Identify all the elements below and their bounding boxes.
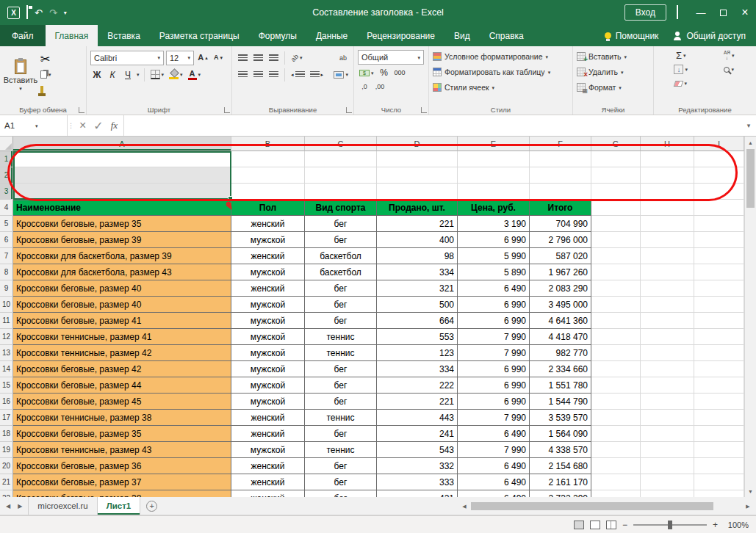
cell-A8[interactable]: Кроссовки для баскетбола, размер 43	[13, 264, 231, 280]
cell-I21[interactable]	[694, 474, 744, 490]
previous-sheet-button[interactable]: ◀	[6, 503, 10, 510]
row-header-18[interactable]: 18	[0, 426, 13, 442]
cell-E10[interactable]: 6 990	[458, 297, 530, 313]
row-header-9[interactable]: 9	[0, 280, 13, 297]
cell-D17[interactable]: 443	[377, 410, 458, 426]
share-button[interactable]: Общий доступ	[673, 31, 746, 41]
cell-B22[interactable]: женский	[231, 490, 305, 497]
name-box[interactable]: A1 ▾	[0, 115, 68, 136]
cell-C7[interactable]: баскетбол	[305, 248, 377, 264]
cell-B12[interactable]: мужской	[231, 329, 305, 345]
cell-I8[interactable]	[694, 264, 744, 280]
cell-F15[interactable]: 1 551 780	[530, 377, 591, 394]
scroll-right-button[interactable]: ▶	[743, 500, 753, 512]
format-painter-button[interactable]	[38, 83, 54, 96]
row-header-12[interactable]: 12	[0, 329, 13, 345]
zoom-level[interactable]: 100%	[724, 521, 749, 529]
cell-G20[interactable]	[591, 458, 641, 474]
align-middle-button[interactable]	[251, 51, 264, 65]
cell-A11[interactable]: Кроссовки беговые, размер 41	[13, 313, 231, 329]
cell-E22[interactable]: 6 490	[458, 490, 530, 497]
minimize-button[interactable]: —	[690, 0, 712, 25]
cell-D7[interactable]: 98	[377, 248, 458, 264]
cell-H10[interactable]	[641, 297, 694, 313]
cell-I13[interactable]	[694, 345, 744, 361]
row-header-20[interactable]: 20	[0, 458, 13, 474]
cell-A21[interactable]: Кроссовки беговые, размер 37	[13, 474, 231, 490]
increase-font-size-button[interactable]: A▴	[196, 51, 209, 65]
cell-F20[interactable]: 2 154 680	[530, 458, 591, 474]
normal-view-button[interactable]	[574, 521, 584, 529]
cell-D10[interactable]: 500	[377, 297, 458, 313]
cell-A18[interactable]: Кроссовки беговые, размер 35	[13, 426, 231, 442]
zoom-slider-thumb[interactable]	[668, 521, 672, 529]
decrease-indent-button[interactable]: ◂	[289, 68, 306, 81]
cell-H16[interactable]	[641, 394, 694, 410]
cell-F21[interactable]: 2 161 170	[530, 474, 591, 490]
cell-E14[interactable]: 6 990	[458, 361, 530, 377]
vertical-scroll-thumb[interactable]	[746, 149, 755, 208]
cell-B8[interactable]: мужской	[231, 264, 305, 280]
close-button[interactable]: ×	[734, 0, 756, 25]
select-all-button[interactable]	[0, 137, 13, 151]
cell-I12[interactable]	[694, 329, 744, 345]
cell-A4[interactable]: Наименование	[13, 200, 231, 216]
column-header-A[interactable]: A	[13, 137, 231, 151]
cell-F9[interactable]: 2 083 290	[530, 280, 591, 297]
cell-A7[interactable]: Кроссовки для баскетбола, размер 39	[13, 248, 231, 264]
cell-H12[interactable]	[641, 329, 694, 345]
zoom-in-button[interactable]: +	[713, 520, 718, 530]
vertical-scrollbar[interactable]: ▲ ▼	[744, 137, 756, 497]
cell-I11[interactable]	[694, 313, 744, 329]
align-center-button[interactable]	[251, 68, 264, 81]
cell-F10[interactable]: 3 495 000	[530, 297, 591, 313]
tab-help[interactable]: Справка	[480, 25, 533, 46]
cell-D3[interactable]	[377, 184, 458, 200]
cell-B7[interactable]: женский	[231, 248, 305, 264]
orientation-button[interactable]: ab▾	[289, 51, 304, 65]
row-header-4[interactable]: 4	[0, 200, 13, 216]
cell-I15[interactable]	[694, 377, 744, 394]
cell-C6[interactable]: бег	[305, 232, 377, 248]
next-sheet-button[interactable]: ▶	[18, 503, 22, 510]
cell-H18[interactable]	[641, 426, 694, 442]
zoom-slider[interactable]	[633, 524, 707, 526]
cell-F18[interactable]: 1 564 090	[530, 426, 591, 442]
cell-G22[interactable]	[591, 490, 641, 497]
cell-H19[interactable]	[641, 442, 694, 458]
fill-button[interactable]: ↓▾	[660, 62, 702, 76]
cell-D14[interactable]: 334	[377, 361, 458, 377]
cell-F5[interactable]: 704 990	[530, 216, 591, 232]
cell-D13[interactable]: 123	[377, 345, 458, 361]
cell-F6[interactable]: 2 796 000	[530, 232, 591, 248]
cell-B3[interactable]	[231, 184, 305, 200]
sign-in-button[interactable]: Вход	[624, 4, 666, 21]
row-header-7[interactable]: 7	[0, 248, 13, 264]
increase-indent-button[interactable]: ▸	[309, 68, 325, 81]
cell-F17[interactable]: 3 539 570	[530, 410, 591, 426]
cell-H5[interactable]	[641, 216, 694, 232]
find-select-button[interactable]: ▾	[708, 62, 751, 76]
cell-E19[interactable]: 7 990	[458, 442, 530, 458]
row-header-6[interactable]: 6	[0, 232, 13, 248]
cell-H8[interactable]	[641, 264, 694, 280]
cell-F4[interactable]: Итого	[530, 200, 591, 216]
format-cells-button[interactable]: ▦ Формат ▾	[577, 80, 649, 95]
cell-B2[interactable]	[231, 167, 305, 184]
row-header-11[interactable]: 11	[0, 313, 13, 329]
cell-C8[interactable]: баскетбол	[305, 264, 377, 280]
cell-B21[interactable]: женский	[231, 474, 305, 490]
cell-F16[interactable]: 1 544 790	[530, 394, 591, 410]
cell-D12[interactable]: 553	[377, 329, 458, 345]
copy-button[interactable]: ▾	[38, 68, 54, 81]
cell-A9[interactable]: Кроссовки беговые, размер 40	[13, 280, 231, 297]
cell-A13[interactable]: Кроссовки теннисные, размер 42	[13, 345, 231, 361]
cell-B13[interactable]: мужской	[231, 345, 305, 361]
expand-formula-bar-button[interactable]: ▾	[741, 122, 756, 129]
tab-view[interactable]: Вид	[444, 25, 480, 46]
cell-I16[interactable]	[694, 394, 744, 410]
cancel-button[interactable]: ×	[79, 119, 86, 132]
cell-D19[interactable]: 543	[377, 442, 458, 458]
cell-E11[interactable]: 6 990	[458, 313, 530, 329]
tab-data[interactable]: Данные	[306, 25, 357, 46]
